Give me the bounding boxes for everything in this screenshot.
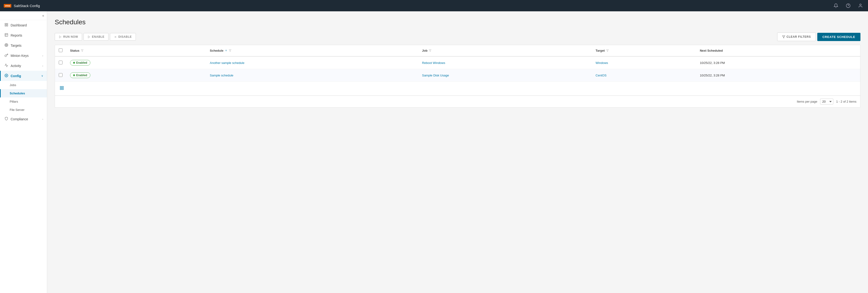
minion-keys-icon (4, 53, 8, 58)
row1-target-link[interactable]: Windows (596, 61, 608, 65)
row1-job-cell[interactable]: Reboot Windows (418, 56, 592, 69)
sidebar-item-minion-keys[interactable]: Minion Keys › (0, 51, 47, 61)
target-column-label: Target (596, 49, 605, 52)
row1-checkbox[interactable] (59, 61, 63, 64)
svg-rect-5 (7, 25, 8, 26)
target-filter-icon[interactable] (606, 49, 609, 52)
row1-target-cell[interactable]: Windows (592, 56, 696, 69)
row2-schedule-cell[interactable]: Sample schedule (206, 69, 418, 82)
status-column-label: Status (70, 49, 80, 52)
user-button[interactable] (857, 2, 864, 9)
svg-rect-23 (60, 86, 61, 88)
expand-cell (55, 82, 860, 95)
svg-rect-3 (5, 23, 6, 25)
config-icon (4, 74, 8, 78)
svg-rect-7 (5, 33, 8, 36)
collapse-button[interactable]: « (42, 14, 44, 18)
row2-checkbox[interactable] (59, 73, 63, 77)
notification-icon (834, 3, 838, 8)
sidebar-item-config[interactable]: Config ∨ (0, 71, 47, 81)
sidebar-item-compliance-label: Compliance (10, 117, 28, 121)
table-row: Enabled Sample schedule Sample Disk Usag… (55, 69, 860, 82)
svg-marker-14 (88, 36, 90, 38)
sidebar-item-activity[interactable]: Activity › (0, 61, 47, 71)
disable-button[interactable]: DISABLE (110, 33, 136, 40)
row2-status-badge: Enabled (70, 72, 90, 78)
sidebar-item-file-server[interactable]: File Server (0, 106, 47, 114)
svg-rect-25 (60, 88, 61, 90)
create-schedule-button[interactable]: CREATE SCHEDULE (817, 33, 861, 41)
schedules-table: Status Schedule (55, 45, 860, 95)
row2-target-cell[interactable]: CentOS (592, 69, 696, 82)
select-all-header[interactable] (55, 45, 66, 56)
row2-target-link[interactable]: CentOS (596, 74, 607, 77)
sidebar-item-compliance[interactable]: Compliance › (0, 114, 47, 124)
job-filter-icon[interactable] (429, 49, 431, 52)
top-nav: vmw SaltStack Config (0, 0, 868, 11)
sidebar-collapse[interactable]: « (0, 11, 47, 20)
sidebar-item-reports[interactable]: Reports (0, 30, 47, 40)
table-footer: Items per page 10 20 50 100 1 - 2 of 2 i… (55, 95, 860, 107)
schedule-filter-icon[interactable] (229, 49, 231, 52)
help-button[interactable] (844, 2, 852, 9)
select-all-checkbox[interactable] (59, 48, 63, 52)
sidebar-item-targets-label: Targets (10, 43, 22, 48)
sidebar-item-jobs[interactable]: Jobs (0, 81, 47, 89)
disable-icon (114, 35, 117, 38)
dashboard-icon (4, 23, 8, 27)
svg-marker-22 (607, 50, 609, 52)
sidebar-item-targets[interactable]: Targets (0, 40, 47, 51)
sidebar-item-dashboard[interactable]: Dashboard (0, 20, 47, 30)
svg-point-2 (860, 4, 861, 6)
expand-row (55, 82, 860, 95)
row1-next-scheduled-value: 10/25/22, 3:28 PM (700, 61, 725, 65)
sidebar-item-pillars[interactable]: Pillars (0, 97, 47, 106)
row2-checkbox-cell[interactable] (55, 69, 66, 82)
status-filter-icon[interactable] (81, 49, 84, 52)
run-now-button[interactable]: RUN NOW (55, 33, 82, 40)
svg-point-12 (6, 45, 7, 46)
svg-marker-21 (429, 50, 431, 52)
row2-job-cell[interactable]: Sample Disk Usage (418, 69, 592, 82)
main-content: Schedules RUN NOW ENABLE DISABLE (47, 11, 868, 293)
row1-schedule-link[interactable]: Another sample schedule (210, 61, 245, 65)
config-chevron-icon: ∨ (41, 74, 43, 77)
expand-button[interactable] (59, 85, 65, 92)
row1-schedule-cell[interactable]: Another sample schedule (206, 56, 418, 69)
items-per-page-select[interactable]: 10 20 50 100 (820, 98, 833, 105)
row2-next-scheduled-value: 10/25/22, 3:28 PM (700, 74, 725, 77)
sidebar-item-schedules[interactable]: Schedules (0, 89, 47, 97)
sidebar-item-dashboard-label: Dashboard (10, 23, 27, 27)
row2-schedule-link[interactable]: Sample schedule (210, 74, 234, 77)
reports-icon (4, 33, 8, 37)
schedules-table-container: Status Schedule (55, 45, 861, 108)
schedule-sort-asc-icon[interactable] (225, 49, 227, 52)
svg-rect-4 (7, 23, 8, 25)
create-schedule-label: CREATE SCHEDULE (823, 35, 855, 39)
disable-label: DISABLE (118, 35, 132, 38)
nav-icons (832, 2, 864, 9)
row1-status-cell: Enabled (66, 56, 206, 69)
row2-next-scheduled-cell: 10/25/22, 3:28 PM (696, 69, 860, 82)
row1-status-label: Enabled (76, 61, 87, 64)
row2-job-link[interactable]: Sample Disk Usage (422, 74, 449, 77)
sidebar-item-pillars-label: Pillars (10, 100, 18, 103)
page-title: Schedules (55, 19, 861, 26)
enable-button[interactable]: ENABLE (84, 33, 108, 40)
next-scheduled-column-label: Next Scheduled (700, 49, 723, 52)
row2-status-label: Enabled (76, 74, 87, 77)
row1-job-link[interactable]: Reboot Windows (422, 61, 445, 65)
clear-filters-button[interactable]: CLEAR FILTERS (777, 33, 816, 41)
enable-label: ENABLE (92, 35, 104, 38)
schedule-column-label: Schedule (210, 49, 224, 52)
user-icon (858, 3, 863, 8)
targets-icon (4, 43, 8, 48)
table-header: Status Schedule (55, 45, 860, 56)
app-name: SaltStack Config (14, 4, 40, 8)
row2-status-cell: Enabled (66, 69, 206, 82)
notification-button[interactable] (832, 2, 840, 9)
sidebar-item-activity-label: Activity (10, 64, 21, 68)
run-now-label: RUN NOW (63, 35, 78, 38)
next-scheduled-column-header: Next Scheduled (696, 45, 860, 56)
row1-checkbox-cell[interactable] (55, 56, 66, 69)
